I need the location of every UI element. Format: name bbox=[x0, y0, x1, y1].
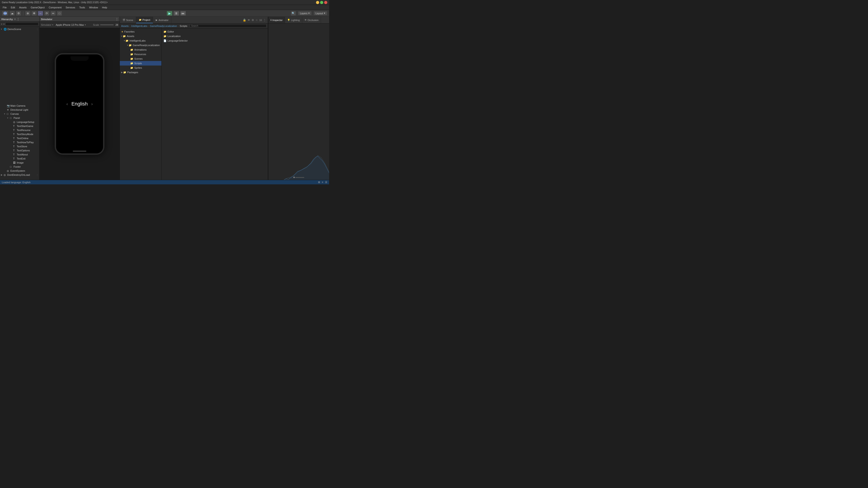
assets-item[interactable]: ▾ 📁 Assets bbox=[120, 34, 161, 38]
tree-item-dirlight[interactable]: ☀Directional Light bbox=[0, 108, 39, 112]
tree-item-demoscene[interactable]: ▾ 🌐 DemoScene ⋮ bbox=[0, 27, 39, 31]
gamereadylocalization-item[interactable]: ▾ 📁 GameReadyLocalization bbox=[120, 43, 161, 47]
tree-item-textexit[interactable]: TTextExit bbox=[0, 157, 39, 161]
bottom-icon-2[interactable]: ☰ bbox=[325, 181, 327, 184]
scenes-item[interactable]: 📁 Scenes bbox=[120, 57, 161, 61]
menu-help[interactable]: Help bbox=[100, 6, 109, 9]
tree-item-canvas[interactable]: ▾□Canvas bbox=[0, 112, 39, 116]
packages-item[interactable]: ▶ 📁 Packages bbox=[120, 70, 161, 74]
tab-inspector[interactable]: ℹ Inspector bbox=[268, 17, 285, 23]
tool-button-5[interactable]: □ bbox=[57, 11, 62, 16]
animations-item[interactable]: 📁 Animations bbox=[120, 47, 161, 52]
hierarchy-add-small[interactable]: + bbox=[1, 23, 2, 26]
tab-project[interactable]: 📁 Project bbox=[136, 17, 153, 23]
minimize-button[interactable] bbox=[316, 1, 319, 4]
cloud-button[interactable]: ☁ bbox=[9, 11, 15, 16]
project-panel-menu[interactable]: ⋮ bbox=[264, 19, 266, 22]
tree-item-textabout[interactable]: TTextAbout bbox=[0, 153, 39, 157]
project-eye-icon[interactable]: 👁 bbox=[248, 19, 250, 22]
tree-item-panel[interactable]: ▾□Panel bbox=[0, 116, 39, 120]
menu-tools[interactable]: Tools bbox=[78, 6, 87, 9]
device-selector[interactable]: Simulator ▾ Apple iPhone 13 Pro Max ▾ bbox=[41, 24, 86, 26]
tree-item-textstartgame[interactable]: TTextStartGame bbox=[0, 124, 39, 128]
canvas-icon: □ bbox=[7, 112, 10, 115]
hierarchy-add-button[interactable]: + bbox=[14, 18, 16, 21]
scale-slider[interactable] bbox=[100, 24, 114, 25]
hierarchy-tree: 📷Main Camera ☀Directional Light▾□Canvas▾… bbox=[0, 104, 39, 180]
breadcrumb-assets[interactable]: Assets bbox=[121, 25, 129, 27]
tool-button-1[interactable]: ✥ bbox=[31, 11, 37, 16]
tree-item-eventsystem[interactable]: ◎EventSystem bbox=[0, 169, 39, 173]
menu-window[interactable]: Window bbox=[87, 6, 100, 9]
tree-item-textonline[interactable]: TTextOnline bbox=[0, 136, 39, 140]
breadcrumb-intelligentelabs[interactable]: IntelligentLabs bbox=[131, 25, 147, 27]
project-star-icon[interactable]: ☆ bbox=[255, 19, 258, 22]
tree-item-textresume[interactable]: TTextResume bbox=[0, 128, 39, 132]
tree-item-textstore[interactable]: TTextStore bbox=[0, 144, 39, 149]
dontdestroy-icon: ◎ bbox=[4, 173, 7, 176]
favorites-item[interactable]: ★ Favorites bbox=[120, 29, 161, 34]
menu-edit[interactable]: Edit bbox=[9, 6, 17, 9]
tab-occlusion[interactable]: 👁 Occlusion bbox=[302, 17, 321, 23]
breadcrumb-gamereadylocalization[interactable]: GameReadyLocalization bbox=[150, 25, 177, 27]
settings-button[interactable]: ⚙ bbox=[16, 11, 21, 16]
tree-item-textoptions[interactable]: TTextOptions bbox=[0, 149, 39, 153]
intelligentelabs-item[interactable]: ▾ 📁 IntelligentLabs bbox=[120, 38, 161, 43]
scripts-item[interactable]: 📁 Scripts bbox=[120, 61, 161, 66]
menu-gameobject[interactable]: GameObject bbox=[29, 6, 46, 9]
tool-button-0[interactable]: ⊕ bbox=[25, 11, 31, 16]
dontdestroy-options[interactable]: ⋮ bbox=[36, 174, 38, 176]
menu-services[interactable]: Services bbox=[64, 6, 77, 9]
tree-item-footer[interactable]: □Footer bbox=[0, 165, 39, 169]
layers-button[interactable]: Layers ▾ bbox=[298, 11, 312, 15]
menu-file[interactable]: File bbox=[1, 6, 8, 9]
tree-item-dontdestroy[interactable]: ▶◎DontDestroyOnLoad⋮ bbox=[0, 173, 39, 177]
scroll-bar[interactable] bbox=[295, 177, 304, 178]
lang-next-button[interactable]: › bbox=[91, 102, 93, 106]
menu-component[interactable]: Component bbox=[47, 6, 63, 9]
menu-assets[interactable]: Assets bbox=[18, 6, 29, 9]
step-button[interactable]: ⏭ bbox=[180, 11, 186, 16]
resources-item[interactable]: 📁 Resources bbox=[120, 52, 161, 57]
project-lock-icon[interactable]: 🔒 bbox=[243, 19, 246, 22]
separator-1 bbox=[23, 11, 23, 15]
tool-button-2[interactable]: ↔ bbox=[38, 11, 43, 16]
sprites-item[interactable]: 📁 Sprites bbox=[120, 66, 161, 70]
project-search-input[interactable] bbox=[190, 24, 267, 28]
tree-item-image[interactable]: 🖼Image bbox=[0, 161, 39, 165]
textabout-icon: T bbox=[13, 153, 16, 156]
tree-item-maincamera[interactable]: 📷Main Camera bbox=[0, 104, 39, 108]
demoscene-options[interactable]: ⋮ bbox=[36, 28, 38, 31]
tree-item-texthowtoplay[interactable]: TTextHowToPlay bbox=[0, 140, 39, 144]
hierarchy-filter[interactable]: ▾ bbox=[3, 23, 4, 25]
tab-animator[interactable]: ▶ Animator bbox=[153, 17, 171, 23]
layout-button[interactable]: Layout ▾ bbox=[313, 11, 327, 15]
pause-button[interactable]: ⏸ bbox=[174, 11, 179, 16]
bottom-icon-0[interactable]: ⊞ bbox=[318, 181, 320, 184]
account-button[interactable]: DM bbox=[2, 11, 8, 16]
eventsystem-label: EventSystem bbox=[10, 169, 25, 172]
hierarchy-menu-button[interactable]: ⋮ bbox=[17, 18, 20, 21]
tab-lighting[interactable]: 💡 Lighting bbox=[285, 17, 302, 23]
project-filter-icon[interactable]: ⚙ bbox=[252, 19, 254, 22]
maximize-button[interactable] bbox=[320, 1, 323, 4]
tool-button-4[interactable]: ⇔ bbox=[51, 11, 56, 16]
tab-scene[interactable]: 🎬 Scene bbox=[120, 17, 136, 23]
bottom-icon-1[interactable]: ≡ bbox=[322, 181, 323, 184]
close-button[interactable] bbox=[324, 1, 327, 4]
file-localization[interactable]: 📁 Localization bbox=[162, 34, 268, 38]
lang-prev-button[interactable]: ‹ bbox=[66, 102, 68, 106]
tree-item-textstorymode[interactable]: TTextStoryMode bbox=[0, 132, 39, 136]
animator-tab-label: Animator bbox=[158, 19, 168, 22]
file-languageselector[interactable]: 📄 LanguageSelector bbox=[162, 38, 268, 43]
tool-button-3[interactable]: ⟳ bbox=[44, 11, 50, 16]
search-button[interactable]: 🔍 bbox=[291, 11, 296, 16]
tree-item-languagesetup[interactable]: ◎LanguageSetup bbox=[0, 120, 39, 124]
play-button[interactable]: ▶ bbox=[166, 11, 173, 16]
resources-icon: 📁 bbox=[130, 53, 133, 56]
assets-arrow: ▾ bbox=[121, 35, 122, 37]
file-editor[interactable]: 📁 Editor bbox=[162, 29, 268, 34]
textoptions-icon: T bbox=[13, 149, 16, 152]
textabout-label: TextAbout bbox=[17, 153, 28, 156]
sim-menu-icon[interactable]: ⋮ bbox=[116, 18, 118, 21]
